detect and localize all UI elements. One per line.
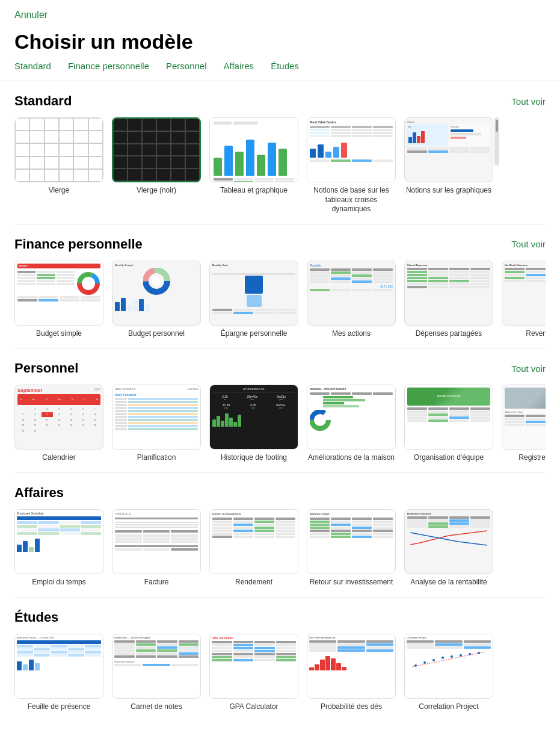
template-thumb-budget-perso: Monthly Budget bbox=[112, 261, 201, 326]
template-label-equipe: Organisation d'équipe bbox=[414, 453, 484, 463]
template-emploi-temps[interactable]: Employee Schedule bbox=[14, 509, 103, 587]
template-label-budget-simple: Budget simple bbox=[36, 329, 82, 339]
template-budget-perso[interactable]: Monthly Budget bbox=[112, 261, 201, 339]
template-thumb-vierge bbox=[14, 117, 103, 182]
template-label-rendement: Rendement bbox=[235, 578, 272, 587]
template-label-vierge-noir: Vierge (noir) bbox=[137, 186, 176, 196]
template-label-calendrier: Calendrier bbox=[42, 453, 75, 463]
template-label-correlation: Correlation Project bbox=[419, 702, 478, 712]
template-label-chart: Tableau et graphique bbox=[220, 186, 288, 196]
template-correlation[interactable]: Correlation Project bbox=[404, 634, 493, 712]
nav-personnel[interactable]: Personnel bbox=[166, 61, 207, 71]
template-tableau-graphique[interactable]: Tableau et graphique bbox=[209, 117, 298, 214]
template-label-retour-invest: Retour sur investissement bbox=[310, 578, 393, 587]
svg-point-12 bbox=[423, 661, 426, 664]
section-standard-header: Standard Tout voir bbox=[14, 93, 546, 109]
nav-finance[interactable]: Finance personnelle bbox=[68, 61, 149, 71]
template-thumb-budget-simple: Budget bbox=[14, 261, 103, 326]
template-dice-prob[interactable]: Dice Roll Probability Lab bbox=[307, 634, 396, 712]
template-vierge-noir[interactable]: Vierge (noir) bbox=[112, 117, 201, 214]
template-thumb-bebe: Baby's First Year bbox=[502, 385, 546, 450]
svg-point-7 bbox=[152, 276, 161, 286]
category-nav: Standard Finance personnelle Personnel A… bbox=[0, 61, 560, 81]
template-attendance[interactable]: Attendance Sheet — October 2024 Feuille … bbox=[14, 634, 103, 712]
page-title: Choisir un modèle bbox=[0, 25, 560, 61]
finance-see-all[interactable]: Tout voir bbox=[511, 239, 546, 249]
template-facture[interactable]: INVOICE Facture bbox=[112, 509, 201, 587]
finance-templates-row: Budget bbox=[14, 261, 546, 344]
template-label-budget-perso: Budget personnel bbox=[128, 329, 185, 339]
template-thumb-dice-prob: Dice Roll Probability Lab bbox=[307, 634, 396, 699]
section-standard-title: Standard bbox=[14, 93, 72, 109]
scrollbar-standard[interactable] bbox=[494, 117, 499, 165]
section-standard: Standard Tout voir Vierge bbox=[0, 81, 560, 224]
template-thumb-attendance: Attendance Sheet — October 2024 bbox=[14, 634, 103, 699]
personnel-see-all[interactable]: Tout voir bbox=[511, 363, 546, 374]
template-label-vierge: Vierge bbox=[49, 186, 69, 196]
template-budget-simple[interactable]: Budget bbox=[14, 261, 103, 339]
cancel-button[interactable]: Annuler bbox=[14, 10, 48, 20]
template-thumb-vierge-noir bbox=[112, 117, 201, 182]
template-label-facture: Facture bbox=[144, 578, 169, 587]
template-rendement[interactable]: Return on Investment Rendement bbox=[209, 509, 298, 587]
template-depenses[interactable]: Shared Expenses Dépenses partagées bbox=[404, 261, 493, 339]
template-revenus[interactable]: Net Worth Overview Revenus n... bbox=[502, 261, 546, 339]
template-actions[interactable]: Portfolio $171,502 Mes actions bbox=[307, 261, 396, 339]
template-label-epargne: Épargne personnelle bbox=[221, 329, 288, 339]
template-thumb-actions: Portfolio $171,502 bbox=[307, 261, 396, 326]
template-thumb-pivot: Pivot Table Basics bbox=[307, 117, 396, 182]
template-footing[interactable]: MY RUNNING LOG 3.19mi 28m40stime 9m21spa… bbox=[209, 385, 298, 463]
template-planification[interactable]: DAILY SCHEDULE Fall 2024 Daily Schedule bbox=[112, 385, 201, 463]
section-etudes: Études Attendance Sheet — October 2024 bbox=[0, 598, 560, 722]
nav-standard[interactable]: Standard bbox=[14, 61, 51, 71]
template-graph-basics[interactable]: Charts Bar bbox=[404, 117, 493, 214]
template-vierge[interactable]: Vierge bbox=[14, 117, 103, 214]
template-thumb-depenses: Shared Expenses bbox=[404, 261, 493, 326]
standard-see-all[interactable]: Tout voir bbox=[511, 96, 546, 107]
template-thumb-maison: REMODEL - PROJECT BUDGET bbox=[307, 385, 396, 450]
template-label-revenus: Revenus n... bbox=[526, 329, 546, 339]
affaires-templates-row: Employee Schedule bbox=[14, 509, 546, 592]
template-thumb-planification: DAILY SCHEDULE Fall 2024 Daily Schedule bbox=[112, 385, 201, 450]
svg-line-19 bbox=[413, 652, 485, 667]
template-thumb-calendrier: September 2024 Su Mo Tu We Th Fr Sa bbox=[14, 385, 103, 450]
template-thumb-rentabilite: Break-Even Analysis bbox=[404, 509, 493, 574]
nav-affaires[interactable]: Affaires bbox=[224, 61, 254, 71]
template-label-gpa-calc: GPA Calculator bbox=[229, 702, 278, 712]
template-rentabilite[interactable]: Break-Even Analysis Analyse de la rentab… bbox=[404, 509, 493, 587]
section-finance: Finance personnelle Tout voir Budget bbox=[0, 224, 560, 348]
template-pivot[interactable]: Pivot Table Basics bbox=[307, 117, 396, 214]
nav-etudes[interactable]: Études bbox=[271, 61, 299, 71]
etudes-templates-row: Attendance Sheet — October 2024 Feuille … bbox=[14, 634, 546, 717]
template-thumb-correlation: Correlation Project bbox=[404, 634, 493, 699]
template-thumb-chart bbox=[209, 117, 298, 182]
template-calendrier[interactable]: September 2024 Su Mo Tu We Th Fr Sa bbox=[14, 385, 103, 463]
template-thumb-emploi-temps: Employee Schedule bbox=[14, 509, 103, 574]
standard-templates-row: Vierge Vierge (noir) bbox=[14, 117, 493, 219]
svg-point-15 bbox=[451, 655, 453, 658]
template-label-attendance: Feuille de présence bbox=[28, 702, 91, 712]
section-personnel-title: Personnel bbox=[14, 360, 78, 376]
template-epargne[interactable]: Monthly Goal Épargne personnelle bbox=[209, 261, 298, 339]
template-label-dice-prob: Probabilité des dés bbox=[321, 702, 382, 712]
section-etudes-title: Études bbox=[14, 610, 58, 625]
template-thumb-footing: MY RUNNING LOG 3.19mi 28m40stime 9m21spa… bbox=[209, 385, 298, 450]
template-label-pivot: Notions de base sur les tableaux croisés… bbox=[307, 186, 396, 214]
template-retour-invest[interactable]: Balance Sheet Retour sur investissement bbox=[307, 509, 396, 587]
section-affaires-title: Affaires bbox=[14, 485, 64, 501]
template-label-grade-book: Carnet de notes bbox=[131, 702, 182, 712]
template-grade-book[interactable]: Grade Book — 3rd Period English Summary … bbox=[112, 634, 201, 712]
svg-point-13 bbox=[432, 659, 435, 661]
template-label-actions: Mes actions bbox=[332, 329, 371, 339]
svg-point-16 bbox=[460, 654, 462, 657]
svg-point-10 bbox=[317, 417, 323, 423]
template-maison[interactable]: REMODEL - PROJECT BUDGET bbox=[307, 385, 396, 463]
template-equipe[interactable]: WILDCATS SOCCER TEAM Organisation d'équi… bbox=[404, 385, 493, 463]
personnel-templates-row: September 2024 Su Mo Tu We Th Fr Sa bbox=[14, 385, 546, 468]
template-thumb-equipe: WILDCATS SOCCER TEAM bbox=[404, 385, 493, 450]
section-finance-header: Finance personnelle Tout voir bbox=[14, 237, 546, 252]
section-etudes-header: Études bbox=[14, 610, 546, 625]
template-bebe[interactable]: Baby's First Year Registre de bébé bbox=[502, 385, 546, 463]
template-gpa-calc[interactable]: GPA Calculator GPA Calculator bbox=[209, 634, 298, 712]
section-affaires-header: Affaires bbox=[14, 485, 546, 501]
